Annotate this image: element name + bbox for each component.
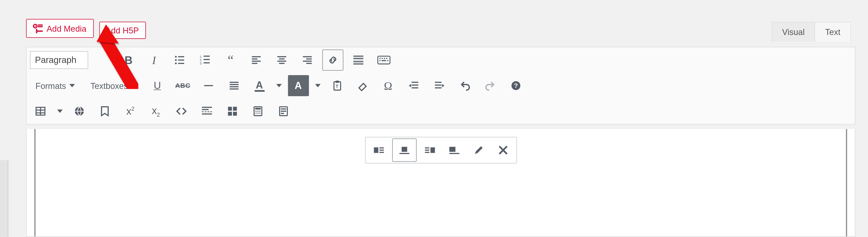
background-color-button[interactable]: A bbox=[287, 75, 309, 96]
superscript-button[interactable]: x2 bbox=[120, 101, 141, 122]
bullet-list-icon bbox=[174, 55, 185, 66]
image-align-left-icon bbox=[373, 144, 385, 156]
strikethrough-button[interactable]: ABC bbox=[172, 75, 193, 96]
textboxes-dropdown[interactable]: Textboxes bbox=[85, 78, 143, 94]
formats-dropdown[interactable]: Formats bbox=[30, 78, 80, 94]
svg-rect-9 bbox=[204, 56, 210, 57]
align-left-button[interactable] bbox=[246, 50, 267, 71]
svg-rect-82 bbox=[402, 147, 407, 152]
svg-rect-17 bbox=[252, 63, 257, 64]
image-align-center-button[interactable] bbox=[392, 138, 417, 162]
numbered-list-button[interactable]: 1 2 3 bbox=[194, 50, 216, 71]
align-center-icon bbox=[276, 55, 287, 66]
paragraph-format-selector[interactable]: Paragraph bbox=[30, 51, 88, 69]
svg-rect-80 bbox=[379, 150, 384, 151]
align-right-button[interactable] bbox=[297, 50, 318, 71]
align-justify-icon bbox=[228, 80, 240, 91]
source-code-button[interactable] bbox=[171, 101, 192, 122]
anchor-button[interactable] bbox=[94, 101, 116, 122]
italic-button[interactable]: I bbox=[144, 50, 165, 71]
svg-text:3: 3 bbox=[199, 61, 201, 65]
image-align-left-button[interactable] bbox=[367, 138, 391, 162]
pencil-icon bbox=[473, 144, 485, 156]
page-break-button[interactable] bbox=[196, 101, 218, 122]
underline-icon: U bbox=[154, 80, 161, 91]
underline-button[interactable]: U bbox=[147, 75, 168, 96]
editor-content-area[interactable] bbox=[26, 129, 856, 237]
subscript-button[interactable]: x2 bbox=[145, 101, 166, 122]
text-color-picker[interactable] bbox=[272, 75, 283, 96]
undo-button[interactable] bbox=[454, 75, 475, 96]
add-h5p-button[interactable]: Add H5P bbox=[99, 22, 146, 39]
svg-rect-37 bbox=[381, 60, 386, 61]
svg-rect-88 bbox=[450, 147, 456, 152]
subscript-icon: x2 bbox=[152, 105, 160, 117]
svg-rect-61 bbox=[202, 113, 212, 115]
svg-rect-79 bbox=[379, 148, 384, 149]
svg-rect-32 bbox=[379, 58, 380, 59]
indent-icon bbox=[434, 80, 445, 91]
calculator-button[interactable] bbox=[247, 101, 269, 122]
special-character-button[interactable]: Ω bbox=[378, 75, 399, 96]
horizontal-rule-button[interactable] bbox=[198, 75, 219, 96]
image-edit-button[interactable] bbox=[466, 138, 491, 162]
svg-rect-14 bbox=[252, 56, 260, 57]
add-media-button[interactable]: Add Media bbox=[26, 19, 94, 38]
chevron-down-icon bbox=[57, 110, 63, 113]
svg-rect-75 bbox=[281, 108, 286, 110]
strikethrough-icon: ABC bbox=[175, 82, 190, 89]
chevron-down-icon bbox=[276, 84, 281, 87]
image-align-right-button[interactable] bbox=[418, 138, 442, 162]
align-left-icon bbox=[250, 55, 262, 66]
svg-point-6 bbox=[175, 62, 177, 64]
table-button[interactable] bbox=[30, 101, 51, 122]
emoticons-button[interactable] bbox=[69, 101, 90, 122]
svg-rect-11 bbox=[204, 59, 210, 60]
svg-point-4 bbox=[175, 59, 177, 61]
align-justify-button[interactable] bbox=[223, 75, 244, 96]
tab-text[interactable]: Text bbox=[815, 22, 850, 42]
svg-rect-50 bbox=[435, 84, 441, 86]
svg-rect-25 bbox=[306, 63, 311, 64]
svg-rect-13 bbox=[204, 62, 210, 63]
decrease-indent-button[interactable] bbox=[403, 75, 424, 96]
svg-rect-44 bbox=[335, 81, 339, 83]
paste-word-button[interactable] bbox=[273, 101, 294, 122]
read-more-icon bbox=[352, 55, 364, 66]
image-remove-button[interactable] bbox=[491, 138, 515, 162]
svg-rect-64 bbox=[228, 112, 232, 116]
svg-rect-89 bbox=[450, 153, 459, 154]
grid-layout-button[interactable] bbox=[222, 101, 243, 122]
redo-button[interactable] bbox=[480, 75, 501, 96]
svg-rect-23 bbox=[306, 58, 311, 59]
numbered-list-icon: 1 2 3 bbox=[199, 55, 211, 66]
help-button[interactable]: ? bbox=[505, 75, 526, 96]
paste-text-button[interactable]: T bbox=[327, 75, 347, 96]
toolbar-row-2: Formats Textboxes U ABC A bbox=[27, 73, 855, 98]
svg-point-69 bbox=[257, 111, 258, 112]
bold-button[interactable]: B bbox=[118, 50, 139, 71]
svg-rect-30 bbox=[353, 63, 363, 64]
background-color-picker[interactable] bbox=[311, 75, 322, 96]
chevron-down-icon bbox=[69, 84, 75, 87]
text-color-button[interactable]: A bbox=[249, 75, 270, 96]
text-color-icon: A bbox=[256, 79, 263, 91]
page-break-icon bbox=[201, 106, 213, 117]
svg-rect-65 bbox=[233, 112, 237, 116]
increase-indent-button[interactable] bbox=[429, 75, 450, 96]
align-center-button[interactable] bbox=[271, 50, 292, 71]
table-picker[interactable] bbox=[53, 101, 65, 122]
insert-link-button[interactable] bbox=[322, 50, 343, 71]
svg-rect-27 bbox=[353, 58, 363, 59]
clear-formatting-button[interactable] bbox=[352, 75, 373, 96]
svg-point-72 bbox=[257, 113, 258, 114]
toolbar-toggle-button[interactable] bbox=[373, 50, 394, 71]
svg-rect-3 bbox=[178, 56, 184, 57]
image-align-none-button[interactable] bbox=[442, 138, 466, 162]
italic-icon: I bbox=[152, 54, 156, 67]
keyboard-icon bbox=[377, 55, 391, 66]
read-more-button[interactable] bbox=[348, 50, 369, 71]
bullet-list-button[interactable] bbox=[169, 50, 190, 71]
tab-visual[interactable]: Visual bbox=[772, 22, 815, 42]
blockquote-button[interactable]: “ bbox=[220, 50, 241, 71]
